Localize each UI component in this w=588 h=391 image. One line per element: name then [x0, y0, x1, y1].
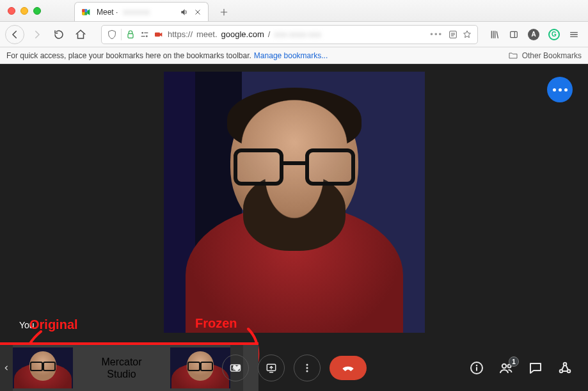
new-tab-button[interactable] [215, 3, 233, 21]
url-bar[interactable]: https://meet.google.com/xxx-xxxx-xxx ••• [101, 25, 478, 44]
permissions-icon[interactable] [139, 29, 150, 40]
participant-count-badge: 1 [509, 356, 519, 367]
camera-permission-icon[interactable] [154, 29, 164, 40]
meeting-details-button[interactable] [547, 77, 573, 102]
home-button[interactable] [72, 26, 90, 44]
meet-content: You Original Frozen Mercator Studio [0, 64, 588, 391]
window-controls [0, 0, 49, 21]
window-close[interactable] [8, 7, 15, 15]
bookmark-star-icon[interactable] [462, 29, 472, 40]
svg-point-23 [564, 363, 567, 366]
page-actions-icon[interactable]: ••• [430, 29, 443, 39]
meet-favicon [81, 7, 91, 17]
firefox-window: Meet · xxxxxxx [0, 0, 588, 391]
other-bookmarks-button[interactable]: Other Bookmarks [508, 51, 582, 61]
lock-icon[interactable] [125, 29, 136, 40]
sidebar-icon[interactable] [509, 29, 519, 40]
mercator-panel: Mercator Studio [0, 345, 258, 391]
shield-icon[interactable] [107, 29, 117, 40]
nav-toolbar: https://meet.google.com/xxx-xxxx-xxx •••… [0, 22, 588, 47]
url-sub: meet. [196, 29, 218, 39]
chat-button[interactable] [528, 360, 543, 376]
main-video-tile[interactable] [164, 72, 425, 333]
svg-point-25 [568, 370, 571, 373]
svg-rect-20 [476, 367, 477, 371]
manage-bookmarks-link[interactable]: Manage bookmarks... [254, 51, 328, 60]
sound-icon[interactable] [180, 8, 189, 17]
window-zoom[interactable] [33, 7, 41, 15]
self-label: You [19, 320, 35, 330]
mercator-label: Mercator Studio [73, 356, 170, 380]
svg-rect-4 [128, 33, 133, 38]
url-scheme: https:// [168, 29, 193, 39]
captions-button[interactable]: CC [222, 355, 249, 381]
reader-mode-icon[interactable] [448, 29, 458, 40]
svg-rect-8 [141, 36, 145, 36]
reload-button[interactable] [50, 26, 68, 44]
window-minimize[interactable] [20, 7, 28, 15]
url-host: google.com [221, 29, 264, 39]
bookmarks-bar: For quick access, place your bookmarks h… [0, 47, 588, 64]
tab-strip: Meet · xxxxxxx [0, 0, 588, 22]
account-icon[interactable]: A [528, 29, 539, 40]
bookmarks-hint: For quick access, place your bookmarks h… [6, 51, 251, 60]
meet-right-controls: 1 [469, 360, 588, 376]
svg-rect-6 [144, 32, 148, 33]
svg-point-21 [502, 364, 506, 368]
svg-rect-3 [82, 9, 84, 12]
mercator-collapse-button[interactable] [0, 345, 13, 391]
people-button[interactable]: 1 [498, 360, 514, 376]
tab-title-blurred: xxxxxxx [123, 8, 150, 17]
tab-title-prefix: Meet · [97, 8, 118, 17]
svg-point-7 [146, 35, 148, 37]
thumbnail-original[interactable] [13, 347, 73, 388]
toolbar-right-icons: A G [489, 29, 583, 40]
hamburger-menu-icon[interactable] [569, 29, 579, 40]
other-bookmarks-label: Other Bookmarks [522, 51, 582, 60]
activities-button[interactable] [557, 360, 573, 376]
url-path-prefix: / [268, 29, 271, 39]
back-button[interactable] [5, 25, 24, 44]
annotation-original: Original [29, 317, 78, 332]
url-path-blurred: xxx-xxxx-xxx [274, 29, 321, 39]
library-icon[interactable] [489, 29, 500, 40]
svg-rect-11 [511, 31, 518, 37]
forward-button [28, 26, 46, 44]
svg-point-5 [141, 32, 143, 34]
svg-text:CC: CC [232, 366, 239, 371]
svg-rect-9 [155, 32, 160, 36]
meet-bottom-bar-right: 1 [258, 345, 588, 391]
tab-meet[interactable]: Meet · xxxxxxx [74, 2, 209, 21]
close-icon[interactable] [194, 8, 202, 16]
svg-point-24 [560, 370, 563, 373]
grammarly-icon[interactable]: G [548, 29, 560, 40]
svg-point-19 [476, 365, 478, 367]
info-button[interactable] [469, 360, 484, 376]
folder-icon [508, 51, 518, 61]
